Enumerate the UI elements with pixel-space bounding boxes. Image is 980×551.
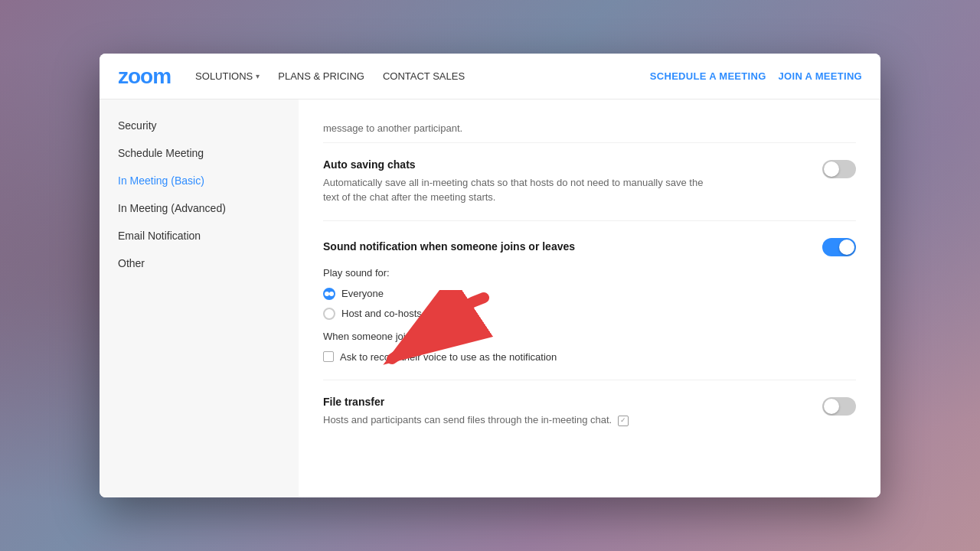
settings-panel: message to another participant. Auto sav… <box>299 99 880 497</box>
radio-host-only-circle <box>323 308 335 320</box>
radio-host-only[interactable]: Host and co-hosts only <box>323 308 856 320</box>
main-content: Security Schedule Meeting In Meeting (Ba… <box>100 99 880 497</box>
top-partial-text: message to another participant. <box>323 99 856 143</box>
file-transfer-desc: Hosts and participants can send files th… <box>323 412 706 428</box>
nav-solutions[interactable]: SOLUTIONS ▾ <box>195 70 260 82</box>
sidebar: Security Schedule Meeting In Meeting (Ba… <box>100 99 299 497</box>
sidebar-item-other[interactable]: Other <box>100 249 299 277</box>
sidebar-item-email-notification[interactable]: Email Notification <box>100 222 299 249</box>
file-transfer-info: File transfer Hosts and participants can… <box>323 396 822 428</box>
navbar: zoom SOLUTIONS ▾ PLANS & PRICING CONTACT… <box>100 54 880 99</box>
nav-right: SCHEDULE A MEETING JOIN A MEETING <box>650 70 862 82</box>
sidebar-item-in-meeting-advanced[interactable]: In Meeting (Advanced) <box>100 194 299 222</box>
zoom-logo[interactable]: zoom <box>118 64 171 89</box>
checkbox-record-voice-label: Ask to record their voice to use as the … <box>340 350 557 365</box>
checkbox-record-voice-box <box>323 351 334 362</box>
checkbox-group-phone: Ask to record their voice to use as the … <box>323 350 856 365</box>
radio-host-only-label: Host and co-hosts only <box>341 308 443 319</box>
main-window: zoom SOLUTIONS ▾ PLANS & PRICING CONTACT… <box>100 54 880 497</box>
auto-saving-chats-row: Auto saving chats Automatically save all… <box>323 143 856 221</box>
file-transfer-row: File transfer Hosts and participants can… <box>323 380 856 443</box>
sidebar-item-schedule-meeting[interactable]: Schedule Meeting <box>100 139 299 167</box>
radio-everyone[interactable]: Everyone <box>323 288 856 300</box>
nav-contact-sales[interactable]: CONTACT SALES <box>383 70 465 82</box>
play-sound-label: Play sound for: <box>323 267 856 279</box>
join-meeting-button[interactable]: JOIN A MEETING <box>779 70 862 82</box>
sound-notification-header: Sound notification when someone joins or… <box>323 236 856 256</box>
sound-notification-section: Sound notification when someone joins or… <box>323 221 856 381</box>
arrow-container: Play sound for: Everyone Host and co-hos… <box>323 267 856 320</box>
sound-notification-toggle[interactable] <box>822 238 856 256</box>
auto-saving-chats-desc: Automatically save all in-meeting chats … <box>323 175 706 205</box>
radio-everyone-circle <box>323 288 335 300</box>
when-joins-label: When someone joins by phone: <box>323 331 856 342</box>
checkbox-record-voice[interactable]: Ask to record their voice to use as the … <box>323 350 856 365</box>
nav-plans[interactable]: PLANS & PRICING <box>278 70 364 82</box>
sidebar-item-security[interactable]: Security <box>100 112 299 139</box>
schedule-meeting-button[interactable]: SCHEDULE A MEETING <box>650 70 766 82</box>
sound-notification-title: Sound notification when someone joins or… <box>323 240 575 253</box>
auto-saving-chats-toggle[interactable] <box>822 160 856 178</box>
file-transfer-title: File transfer <box>323 396 807 408</box>
info-icon[interactable]: ✓ <box>618 416 629 426</box>
auto-saving-chats-title: Auto saving chats <box>323 158 807 171</box>
sidebar-item-in-meeting-basic[interactable]: In Meeting (Basic) <box>100 167 299 194</box>
radio-everyone-label: Everyone <box>341 288 384 299</box>
chevron-down-icon: ▾ <box>256 72 260 80</box>
file-transfer-toggle[interactable] <box>822 397 856 416</box>
nav-menu: SOLUTIONS ▾ PLANS & PRICING CONTACT SALE… <box>195 70 650 82</box>
radio-group-play-sound: Everyone Host and co-hosts only <box>323 288 856 320</box>
auto-saving-chats-info: Auto saving chats Automatically save all… <box>323 158 822 205</box>
